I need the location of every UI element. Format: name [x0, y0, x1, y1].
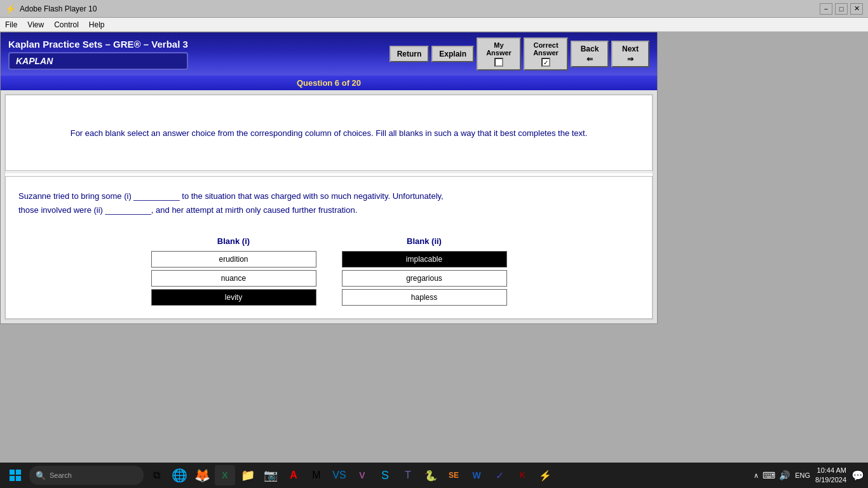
blank-i-option-1[interactable]: erudition	[151, 251, 316, 268]
taskbar-files[interactable]: 📁	[238, 465, 258, 485]
taskbar-acrobat[interactable]: A	[283, 465, 304, 485]
correct-answer-checkbox[interactable]: ✓	[541, 58, 550, 67]
blank-ii-option-1[interactable]: implacable	[342, 251, 507, 268]
back-label: Back	[581, 44, 599, 53]
maximize-button[interactable]: □	[835, 3, 848, 15]
systray: ∧ ⌨ 🔊	[754, 470, 790, 480]
menu-control[interactable]: Control	[54, 20, 79, 29]
taskbar: 🔍 Search ⧉ 🌐 🦊 X 📁 📷 A M VS V S T 🐍 SE W…	[0, 463, 868, 488]
blank-i-header: Blank (i)	[217, 236, 250, 246]
my-answer-label2: Answer	[486, 49, 512, 57]
clock-time: 10:44 AM	[815, 466, 846, 475]
blank-ii-header: Blank (ii)	[407, 236, 442, 246]
svg-rect-3	[16, 476, 21, 481]
question-text-part2: those involved were (ii) __________, and…	[18, 205, 357, 215]
title-bar-left: ⚡ Adobe Flash Player 10	[5, 4, 97, 14]
taskbar-se[interactable]: SE	[444, 465, 464, 485]
systray-expand[interactable]: ∧	[754, 471, 759, 480]
blank-ii-column: Blank (ii) implacable gregarious hapless	[342, 236, 507, 306]
correct-answer-label2: Answer	[533, 49, 559, 57]
taskbar-kaplan[interactable]: K	[512, 465, 532, 485]
app-header: Kaplan Practice Sets – GRE® – Verbal 3 K…	[1, 32, 657, 76]
blanks-section: Blank (i) erudition nuance levity Blank …	[18, 236, 639, 306]
return-button[interactable]: Return	[390, 46, 430, 62]
blank-i-option-3[interactable]: levity	[151, 289, 316, 306]
question-box: Suzanne tried to bring some (i) ________…	[5, 176, 653, 319]
taskbar-teams[interactable]: T	[398, 465, 418, 485]
menu-help[interactable]: Help	[89, 20, 105, 29]
taskbar-python[interactable]: 🐍	[421, 465, 441, 485]
header-buttons: Return Explain My Answer Correct Answer …	[390, 37, 649, 71]
language-indicator[interactable]: ENG	[795, 471, 810, 479]
window-title: Adobe Flash Player 10	[20, 4, 97, 13]
taskbar-chrome[interactable]: 🌐	[169, 465, 189, 485]
search-taskbar-text: Search	[50, 471, 72, 479]
my-answer-button[interactable]: My Answer	[477, 37, 521, 71]
instructions-text: For each blank select an answer choice f…	[71, 128, 588, 138]
blank-i-option-2[interactable]: nuance	[151, 270, 316, 287]
taskbar-word[interactable]: W	[466, 465, 487, 485]
next-label: Next	[622, 44, 639, 53]
explain-button[interactable]: Explain	[431, 46, 474, 62]
taskbar-firefox[interactable]: 🦊	[192, 465, 212, 485]
minimize-button[interactable]: −	[820, 3, 832, 15]
divider	[5, 171, 653, 173]
app-window: Kaplan Practice Sets – GRE® – Verbal 3 K…	[0, 32, 658, 324]
start-button[interactable]	[4, 464, 27, 487]
question-progress-bar: Question 6 of 20	[1, 76, 657, 90]
taskbar-app5[interactable]: M	[306, 465, 327, 485]
taskbar-task-view[interactable]: ⧉	[146, 465, 166, 485]
kaplan-logo: KAPLAN	[8, 52, 188, 70]
title-bar: ⚡ Adobe Flash Player 10 − □ ✕	[0, 0, 868, 18]
next-button[interactable]: Next	[611, 41, 649, 67]
my-answer-checkbox[interactable]	[494, 58, 503, 67]
back-icon	[587, 55, 593, 64]
blank-ii-option-3[interactable]: hapless	[342, 289, 507, 306]
content-wrapper: For each blank select an answer choice f…	[4, 94, 653, 320]
correct-answer-label: Correct	[533, 41, 558, 49]
taskbar-flash[interactable]: ⚡	[535, 465, 555, 485]
blank-i-column: Blank (i) erudition nuance levity	[151, 236, 316, 306]
clock-date: 8/19/2024	[815, 475, 846, 485]
clock[interactable]: 10:44 AM 8/19/2024	[815, 466, 846, 485]
my-answer-label: My	[494, 41, 503, 49]
instructions-box: For each blank select an answer choice f…	[5, 95, 653, 171]
notifications-icon[interactable]: 💬	[851, 470, 864, 482]
systray-keyboard: ⌨	[763, 470, 775, 480]
close-button[interactable]: ✕	[850, 3, 863, 15]
taskbar-photos[interactable]: 📷	[261, 465, 281, 485]
svg-rect-1	[16, 470, 21, 475]
question-text-part1: Suzanne tried to bring some (i) ________…	[18, 191, 444, 201]
next-icon	[627, 55, 634, 64]
taskbar-skype[interactable]: S	[375, 465, 395, 485]
taskbar-excel[interactable]: X	[215, 465, 235, 485]
taskbar-check[interactable]: ✓	[489, 465, 510, 485]
menu-view[interactable]: View	[27, 20, 44, 29]
taskbar-left: 🔍 Search ⧉ 🌐 🦊 X 📁 📷 A M VS V S T 🐍 SE W…	[4, 464, 555, 487]
title-bar-controls: − □ ✕	[820, 3, 863, 15]
menu-bar: File View Control Help	[0, 18, 868, 32]
header-left: Kaplan Practice Sets – GRE® – Verbal 3 K…	[8, 39, 188, 70]
taskbar-right: ∧ ⌨ 🔊 ENG 10:44 AM 8/19/2024 💬	[754, 466, 864, 485]
correct-answer-button[interactable]: Correct Answer ✓	[524, 37, 568, 71]
taskbar-vscode[interactable]: VS	[329, 465, 349, 485]
app-title: Kaplan Practice Sets – GRE® – Verbal 3	[8, 39, 188, 50]
systray-volume[interactable]: 🔊	[779, 470, 790, 480]
question-progress: Question 6 of 20	[297, 78, 361, 88]
svg-rect-2	[10, 476, 15, 481]
taskbar-vs[interactable]: V	[352, 465, 372, 485]
svg-rect-0	[10, 470, 15, 475]
menu-file[interactable]: File	[5, 20, 17, 29]
back-button[interactable]: Back	[571, 41, 609, 67]
blank-ii-option-2[interactable]: gregarious	[342, 270, 507, 287]
taskbar-search[interactable]: 🔍 Search	[29, 466, 144, 485]
question-text: Suzanne tried to bring some (i) ________…	[18, 189, 639, 217]
